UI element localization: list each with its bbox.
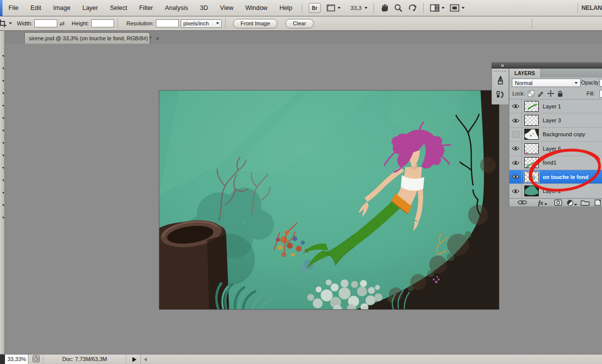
swap-dimensions-icon[interactable]: ⇄ <box>59 20 65 27</box>
visibility-toggle[interactable] <box>509 170 522 183</box>
layer-thumbnail[interactable] <box>524 115 539 126</box>
menu-edit[interactable]: Edit <box>24 0 47 16</box>
status-corner <box>0 355 5 364</box>
link-layers-icon[interactable] <box>517 199 527 205</box>
document-canvas-image[interactable] <box>159 91 499 309</box>
layer-thumbnail[interactable] <box>524 143 539 154</box>
layer-thumbnail[interactable] <box>524 185 539 196</box>
zoom-level-value: 33,3 <box>351 5 361 11</box>
layer-thumbnail[interactable] <box>524 157 539 168</box>
menu-view[interactable]: View <box>214 0 240 16</box>
dock-grip[interactable] <box>494 71 506 72</box>
chevron-down-icon <box>338 7 341 9</box>
eye-icon <box>512 146 519 151</box>
menu-3d[interactable]: 3D <box>194 0 214 16</box>
layer-thumbnail[interactable] <box>524 101 539 112</box>
visibility-toggle[interactable] <box>509 113 522 127</box>
dock-collapse-bar[interactable]: » <box>491 62 602 69</box>
status-zoom-field[interactable]: 33,33% <box>5 355 28 364</box>
separator <box>373 3 374 13</box>
layer-row-layer-1[interactable]: Layer 1 <box>509 99 602 113</box>
clear-button[interactable]: Clear <box>285 19 313 28</box>
opacity-input[interactable] <box>600 79 602 87</box>
tool-preset-picker[interactable] <box>0 19 12 28</box>
arrange-documents-icon[interactable] <box>430 2 445 13</box>
add-layer-mask-icon[interactable] <box>554 199 562 206</box>
separator <box>532 18 532 28</box>
new-group-icon[interactable] <box>581 199 590 206</box>
status-flyout-icon[interactable] <box>132 357 136 362</box>
width-label: Width: <box>17 20 32 26</box>
zoom-level-dropdown[interactable]: 33,3 <box>346 2 367 13</box>
chevron-down-icon <box>462 7 465 9</box>
zoom-tool-icon[interactable] <box>394 2 403 13</box>
layer-style-fx-icon[interactable]: fx <box>538 199 547 207</box>
layer-row-background-copy[interactable]: Background copy <box>509 128 602 142</box>
clone-source-panel-icon[interactable] <box>494 89 506 101</box>
status-timer-icon <box>32 355 40 364</box>
fill-input[interactable] <box>600 90 602 97</box>
eye-hidden-well <box>512 131 519 138</box>
height-input[interactable] <box>91 19 114 27</box>
close-icon[interactable]: × <box>156 35 160 42</box>
width-input[interactable] <box>34 19 57 27</box>
hand-tool-icon[interactable] <box>380 2 389 13</box>
chevron-down-icon <box>216 22 219 24</box>
layer-row-fond1[interactable]: fond1 <box>509 156 602 170</box>
fill-label: Fill: <box>587 91 595 96</box>
layer-row-layer-3[interactable]: Layer 3 <box>509 113 602 127</box>
layer-name: Layer 2 <box>543 188 561 194</box>
lock-position-icon[interactable] <box>547 90 554 97</box>
visibility-toggle[interactable] <box>509 184 522 197</box>
collapsed-panel-strip <box>491 69 509 104</box>
lock-label: Lock: <box>512 91 525 96</box>
brushes-panel-icon[interactable] <box>494 74 506 87</box>
view-extras-icon[interactable] <box>326 2 341 13</box>
lock-paint-icon[interactable] <box>537 91 544 97</box>
visibility-toggle[interactable] <box>509 128 522 141</box>
visibility-toggle[interactable] <box>509 156 522 170</box>
menu-layer[interactable]: Layer <box>76 0 104 16</box>
blend-mode-select[interactable]: Normal <box>512 79 581 87</box>
eye-icon <box>512 188 519 194</box>
new-layer-icon[interactable] <box>595 199 602 206</box>
menu-select[interactable]: Select <box>104 0 133 16</box>
bridge-icon[interactable]: Br <box>309 3 321 13</box>
layer-row-layer-2[interactable]: Layer 2 <box>509 184 602 198</box>
menu-image[interactable]: Image <box>47 0 77 16</box>
scroll-left-icon[interactable] <box>144 358 147 362</box>
menu-window[interactable]: Window <box>240 0 273 16</box>
rotate-view-icon[interactable] <box>408 2 417 13</box>
eye-icon <box>512 160 519 166</box>
layer-row-on-touche-le-fond[interactable]: on touche le fond <box>509 170 602 184</box>
toolbox-sliver[interactable] <box>0 31 5 354</box>
menu-analysis[interactable]: Analysis <box>159 0 194 16</box>
tab-layers[interactable]: LAYERS <box>509 69 541 78</box>
workspace-label[interactable]: NELAN <box>582 4 602 11</box>
separator <box>423 3 424 13</box>
lock-all-icon[interactable] <box>557 91 563 97</box>
opacity-label: Opacity: <box>581 80 601 86</box>
layer-thumbnail[interactable] <box>524 172 539 182</box>
chevron-down-icon <box>364 7 367 9</box>
menu-help[interactable]: Help <box>273 0 298 16</box>
height-label: Height: <box>72 20 89 26</box>
chevron-down-icon <box>575 82 578 84</box>
resolution-input[interactable] <box>156 19 179 27</box>
adjustment-layer-icon[interactable] <box>567 199 577 206</box>
visibility-toggle[interactable] <box>509 142 522 155</box>
front-image-button[interactable]: Front Image <box>233 19 277 28</box>
horizontal-scrollbar[interactable] <box>140 355 602 364</box>
menu-filter[interactable]: Filter <box>133 0 159 16</box>
lock-transparency-icon[interactable] <box>528 91 534 97</box>
visibility-toggle[interactable] <box>509 99 522 113</box>
layer-name: Background copy <box>543 131 585 137</box>
menu-file[interactable]: File <box>2 0 24 16</box>
status-doc-info[interactable]: Doc: 7,73M/63,3M <box>43 355 126 364</box>
screen-mode-icon[interactable] <box>450 2 465 13</box>
layer-thumbnail[interactable] <box>524 129 539 140</box>
layer-row-layer-6[interactable]: Layer 6 <box>509 142 602 156</box>
resolution-unit-select[interactable]: pixels/inch <box>181 19 222 28</box>
crop-tool-icon <box>0 19 7 28</box>
document-tab[interactable]: sirene.psd @ 33,3% (on touche le fond, R… <box>24 32 150 44</box>
